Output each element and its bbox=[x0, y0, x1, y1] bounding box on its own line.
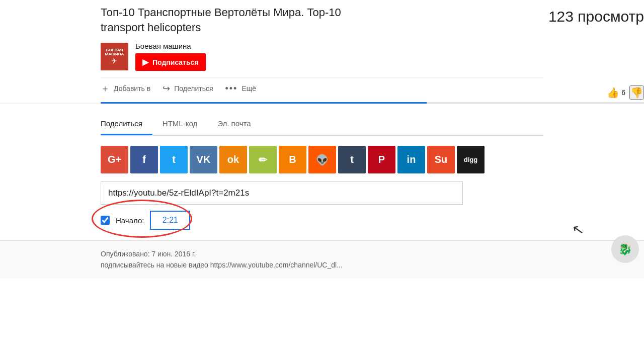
start-time-checkbox[interactable] bbox=[101, 216, 110, 225]
tab-email[interactable]: Эл. почта bbox=[217, 114, 261, 135]
channel-info: Боевая машина ▶ Подписаться bbox=[135, 42, 206, 71]
share-button[interactable]: ↪ Поделиться bbox=[163, 83, 213, 94]
channel-row: БОЕВАЯМАШИНА ✈ Боевая машина ▶ Подписать… bbox=[101, 42, 543, 71]
blogger-icon[interactable]: B bbox=[279, 146, 306, 173]
video-info-section: Топ-10 Транспортные Вертолёты Мира. Top-… bbox=[0, 0, 644, 104]
action-row: ＋ Добавить в ↪ Поделиться ••• Ещё 👍 6 👎 bbox=[101, 77, 543, 99]
share-tabs: Поделиться HTML-код Эл. почта bbox=[101, 114, 543, 136]
youtube-icon: ▶ bbox=[142, 57, 148, 67]
vk-icon[interactable]: VK bbox=[190, 146, 217, 173]
start-time-input[interactable] bbox=[150, 211, 190, 230]
subscribe-button[interactable]: ▶ Подписаться bbox=[135, 53, 206, 71]
view-count: 123 просмотр bbox=[548, 8, 644, 25]
odnoklassniki-icon[interactable]: ok bbox=[219, 146, 247, 173]
facebook-icon[interactable]: f bbox=[130, 146, 158, 173]
video-title: Топ-10 Транспортные Вертолёты Мира. Top-… bbox=[101, 5, 543, 35]
google-plus-icon[interactable]: G+ bbox=[101, 146, 128, 173]
pencil-icon[interactable]: ✏ bbox=[249, 146, 277, 173]
url-input[interactable] bbox=[101, 182, 463, 205]
dragon-icon: 🐉 bbox=[611, 235, 639, 263]
share-panel: Поделиться HTML-код Эл. почта G+ftVKok✏B… bbox=[0, 104, 644, 240]
plus-icon: ＋ bbox=[101, 82, 110, 95]
add-to-button[interactable]: ＋ Добавить в bbox=[101, 82, 150, 95]
url-row bbox=[101, 182, 543, 205]
dots-icon: ••• bbox=[225, 83, 238, 94]
progress-bar-container bbox=[101, 102, 644, 104]
stumbleupon-icon[interactable]: Su bbox=[427, 146, 455, 173]
published-date: Опубликовано: 7 июн. 2016 г. bbox=[101, 250, 543, 258]
social-icons-row: G+ftVKok✏B👽tPinSudigg bbox=[101, 146, 543, 173]
channel-name: Боевая машина bbox=[135, 42, 206, 50]
cursor-icon: ↖ bbox=[571, 221, 585, 239]
bottom-section: Опубликовано: 7 июн. 2016 г. подписывайт… bbox=[0, 240, 644, 278]
start-time-row: Начало: ↖ bbox=[101, 211, 543, 230]
tumblr-icon[interactable]: t bbox=[338, 146, 366, 173]
twitter-icon[interactable]: t bbox=[160, 146, 188, 173]
like-button[interactable]: 👍 6 bbox=[607, 86, 625, 99]
dislike-button[interactable]: 👎 bbox=[629, 85, 644, 100]
tab-html[interactable]: HTML-код bbox=[163, 114, 207, 135]
thumbs-up-icon: 👍 bbox=[607, 86, 619, 99]
progress-bar-fill bbox=[101, 102, 427, 104]
start-label: Начало: bbox=[116, 216, 144, 225]
channel-logo: БОЕВАЯМАШИНА ✈ bbox=[101, 43, 128, 70]
subscribe-link-text: подписывайтесь на новые видео https://ww… bbox=[101, 261, 543, 269]
views-area: 123 просмотр bbox=[548, 8, 644, 25]
share-icon: ↪ bbox=[163, 83, 170, 94]
reddit-icon[interactable]: 👽 bbox=[308, 146, 336, 173]
tab-share[interactable]: Поделиться bbox=[101, 114, 152, 135]
like-dislike-section: 👍 6 👎 bbox=[607, 85, 644, 100]
linkedin-icon[interactable]: in bbox=[397, 146, 425, 173]
thumbs-down-icon: 👎 bbox=[630, 87, 643, 98]
more-button[interactable]: ••• Ещё bbox=[225, 83, 257, 94]
digg-icon[interactable]: digg bbox=[457, 146, 485, 173]
pinterest-icon[interactable]: P bbox=[368, 146, 395, 173]
main-container: Топ-10 Транспортные Вертолёты Мира. Top-… bbox=[0, 0, 644, 362]
